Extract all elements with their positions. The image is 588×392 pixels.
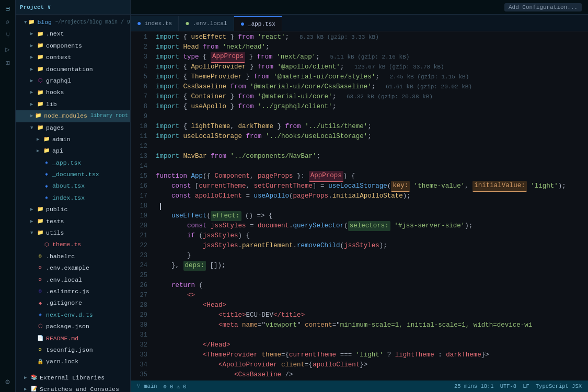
folder-next-label: .next — [46, 29, 64, 39]
folder-components[interactable]: ▶ 📁 components — [16, 40, 130, 52]
tab-env-local[interactable]: ● .env.local — [179, 16, 234, 31]
file-about-tsx[interactable]: ▶ ◈ about.tsx — [16, 180, 130, 192]
file-document-tsx-label: _document.tsx — [52, 170, 99, 179]
tab-env-local-label: .env.local — [193, 20, 227, 27]
code-line-28: <Head> — [156, 301, 588, 310]
code-line-19: useEffect(effect: () => { — [156, 211, 588, 221]
folder-node-modules-label: node_modules — [44, 111, 87, 121]
code-line-24: }, deps: []); — [156, 261, 588, 271]
folder-documentation[interactable]: ▶ 📁 documentation — [16, 64, 130, 75]
file-document-tsx[interactable]: ▶ ◈ _document.tsx — [16, 169, 130, 180]
search-icon[interactable]: ⌕ — [2, 16, 14, 28]
folder-scratches-label: Scratches and Consoles — [40, 385, 119, 392]
folder-graphql-icon: ⬡ — [37, 77, 44, 85]
file-env-local[interactable]: ▶ ⚙ .env.local — [16, 274, 130, 286]
folder-node-modules[interactable]: ▶ 📁 node_modules library root — [16, 110, 130, 122]
chevron-right-icon: ▶ — [30, 218, 36, 225]
file-env-example[interactable]: ▶ ⚙ .env.example — [16, 262, 130, 274]
folder-lib[interactable]: ▶ 📁 lib — [16, 99, 130, 110]
line-num-17: 17 — [131, 191, 147, 201]
file-package-json-label: package.json — [46, 322, 89, 331]
line-num-31: 31 — [131, 330, 147, 340]
debug-icon[interactable]: ▷ — [2, 43, 14, 55]
tab-app-tsx[interactable]: ● _app.tsx — [234, 16, 282, 31]
folder-blog[interactable]: ▼ 📁 blog ~/Projects/blog main / 9△ — [16, 17, 130, 28]
code-line-4: import { ApolloProvider } from '@apollo/… — [156, 62, 588, 72]
file-document-tsx-icon: ◈ — [43, 171, 50, 178]
code-line-18 — [156, 201, 588, 211]
code-line-11: import useLocalStorage from '../hooks/us… — [156, 132, 588, 142]
file-theme-ts-icon: ⬡ — [43, 241, 50, 249]
code-line-5: import { ThemeProvider } from '@material… — [156, 72, 588, 82]
folder-context[interactable]: ▶ 📁 context — [16, 52, 130, 63]
folder-scratches[interactable]: ▶ 📝 Scratches and Consoles — [16, 384, 130, 392]
chevron-right-icon: ▶ — [30, 42, 36, 50]
file-package-json[interactable]: ▶ ⬡ package.json — [16, 321, 130, 332]
folder-tests[interactable]: ▶ 📁 tests — [16, 216, 130, 227]
folder-hooks[interactable]: ▶ 📁 hooks — [16, 87, 130, 98]
file-babelrc-icon: ⚙ — [37, 253, 44, 260]
add-configuration-button[interactable]: Add Configuration... — [504, 3, 582, 11]
line-num-5: 5 — [131, 72, 147, 82]
file-readme[interactable]: ▶ 📄 README.md — [16, 333, 130, 344]
file-tree-container[interactable]: ▼ 📁 blog ~/Projects/blog main / 9△ ▶ 📁 .… — [16, 15, 130, 392]
line-num-35: 35 — [131, 370, 147, 380]
folder-admin-label: admin — [52, 135, 71, 144]
file-index-tsx[interactable]: ▶ ◈ index.tsx — [16, 192, 130, 204]
code-line-12 — [156, 142, 588, 152]
file-babelrc-label: .babelrc — [46, 252, 75, 261]
folder-lib-label: lib — [46, 100, 57, 109]
folder-documentation-label: documentation — [46, 65, 93, 74]
branch-info: ~/Projects/blog main / 9△ — [55, 18, 130, 27]
folder-api-icon: 📁 — [43, 147, 50, 155]
code-line-8: import { useApollo } from '../graphql/cl… — [156, 102, 588, 112]
folder-documentation-icon: 📁 — [37, 66, 44, 73]
folder-api[interactable]: ▶ 📁 api — [16, 145, 130, 157]
code-line-1: import { useEffect } from 'react'; 8.23 … — [156, 32, 588, 42]
line-num-2: 2 — [131, 42, 147, 52]
git-icon[interactable]: ⑂ — [2, 29, 14, 42]
line-num-16: 16 — [131, 181, 147, 191]
folder-components-label: components — [46, 41, 82, 51]
folder-pages[interactable]: ▼ 📁 pages — [16, 122, 130, 134]
folder-public-icon: 📁 — [37, 206, 44, 213]
folder-next[interactable]: ▶ 📁 .next — [16, 28, 130, 40]
code-editor[interactable]: 1 2 3 4 5 6 7 8 9 10 11 12 13 14 15 16 1 — [131, 31, 588, 381]
line-num-27: 27 — [131, 291, 147, 301]
file-eslintrc[interactable]: ▶ ⚙ .eslintrc.js — [16, 286, 130, 297]
folder-utils[interactable]: ▼ 📁 utils — [16, 227, 130, 239]
folder-admin[interactable]: ▶ 📁 admin — [16, 134, 130, 145]
encoding-status: UTF-8 — [500, 383, 517, 389]
file-next-env[interactable]: ▶ ◈ next-env.d.ts — [16, 309, 130, 321]
settings-icon[interactable]: ⚙ — [2, 375, 14, 388]
code-line-27: <> — [156, 291, 588, 301]
folder-external-libs[interactable]: ▶ 📚 External Libraries — [16, 372, 130, 384]
code-line-9 — [156, 112, 588, 122]
extensions-icon[interactable]: ⊞ — [2, 56, 14, 69]
tab-index-ts[interactable]: ● index.ts — [131, 16, 179, 31]
code-line-17: const apolloClient = useApollo(pageProps… — [156, 191, 588, 201]
code-line-30: <meta name="viewport" content="minimum-s… — [156, 320, 588, 330]
folder-components-icon: 📁 — [37, 42, 44, 50]
code-line-10: import { lightTheme, darkTheme } from '.… — [156, 122, 588, 132]
folder-graphql-label: graphql — [46, 76, 71, 86]
folder-graphql[interactable]: ▶ ⬡ graphql — [16, 75, 130, 87]
code-content[interactable]: import { useEffect } from 'react'; 8.23 … — [152, 31, 588, 381]
explorer-icon[interactable]: ⊟ — [2, 2, 14, 15]
line-num-30: 30 — [131, 320, 147, 330]
file-theme-ts[interactable]: ▶ ⬡ theme.ts — [16, 239, 130, 250]
top-bar: Add Configuration... — [131, 0, 588, 15]
file-yarn-lock[interactable]: ▶ 🔒 yarn.lock — [16, 356, 130, 367]
language-status: TypeScript JSX — [536, 383, 582, 389]
folder-public[interactable]: ▶ 📁 public — [16, 204, 130, 215]
file-tsconfig[interactable]: ▶ ⚙ tsconfig.json — [16, 344, 130, 356]
file-app-tsx[interactable]: ▶ ◈ _app.tsx — [16, 157, 130, 169]
file-babelrc[interactable]: ▶ ⚙ .babelrc — [16, 251, 130, 262]
file-env-example-icon: ⚙ — [37, 264, 44, 272]
line-num-32: 32 — [131, 340, 147, 350]
line-num-29: 29 — [131, 310, 147, 320]
file-gitignore[interactable]: ▶ ◆ .gitignore — [16, 297, 130, 309]
folder-pages-icon: 📁 — [37, 124, 44, 132]
library-root-badge: library root — [90, 112, 128, 120]
folder-admin-icon: 📁 — [43, 136, 50, 143]
